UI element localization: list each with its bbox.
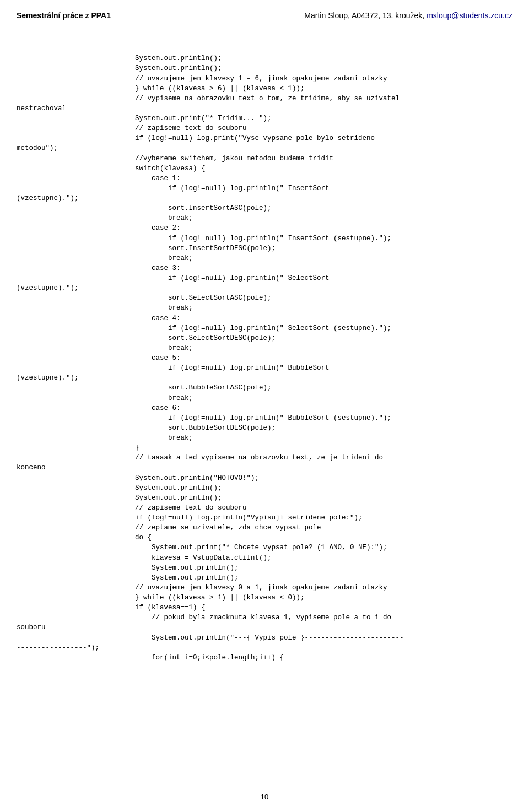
code-line: sort.SelectSortDESC(pole);: [17, 333, 512, 343]
code-line: sort.BubbleSortDESC(pole);: [17, 423, 512, 433]
line-content: System.out.println("HOTOVO!");: [102, 473, 259, 483]
code-line: // pokud byla zmacknuta klavesa 1, vypis…: [17, 613, 512, 622]
line-content: break;: [102, 343, 193, 353]
code-line: // zeptame se uzivatele, zda chce vypsat…: [17, 523, 512, 533]
line-content: System.out.print("* Chcete vypsat pole? …: [102, 543, 387, 553]
code-line: do {: [17, 533, 512, 543]
line-label: [17, 133, 102, 143]
line-content: System.out.println();: [102, 53, 222, 63]
code-line: if (log!=null) log.print("Vyse vypsane p…: [17, 133, 512, 143]
line-label: [17, 333, 102, 343]
line-content: break;: [102, 253, 193, 263]
line-label: [17, 483, 102, 493]
line-content: // taaaak a ted vypiseme na obrazovku te…: [102, 453, 383, 463]
line-content: case 1:: [102, 174, 181, 183]
code-line: metodou");: [17, 143, 512, 153]
line-label: [17, 503, 102, 513]
line-label: [17, 593, 102, 603]
code-line: // taaaak a ted vypiseme na obrazovku te…: [17, 453, 512, 463]
line-content: case 6:: [102, 403, 181, 413]
code-line: break;: [17, 253, 512, 263]
line-label: [17, 123, 102, 133]
line-label: [17, 253, 102, 263]
code-line: //vybereme switchem, jakou metodou budem…: [17, 154, 512, 164]
code-line: sort.SelectSortASC(pole);: [17, 293, 512, 303]
line-content: // zapiseme text do souboru: [102, 503, 247, 513]
line-label: nestrachoval: [17, 104, 102, 113]
page-header: Semestrální práce z PPA1 Martin Sloup, A…: [17, 11, 512, 20]
code-line: case 4:: [17, 313, 512, 323]
line-label: [17, 553, 102, 563]
line-content: for(int i=0;i<pole.length;i++) {: [102, 653, 284, 663]
line-label: [17, 453, 102, 463]
code-line: case 5:: [17, 353, 512, 363]
line-label: [17, 243, 102, 253]
code-line: System.out.print("* Tridim... ");: [17, 113, 512, 123]
author-email[interactable]: msloup@students.zcu.cz: [427, 11, 512, 20]
code-line: case 1:: [17, 174, 512, 183]
line-content: System.out.println();: [102, 63, 222, 73]
line-content: // vypiseme na obrazovku text o tom, ze …: [102, 94, 400, 104]
line-label: [17, 234, 102, 243]
line-content: case 2:: [102, 223, 181, 233]
line-label: [17, 213, 102, 223]
line-label: [17, 523, 102, 533]
code-line: System.out.println("---{ Vypis pole }---…: [17, 633, 512, 643]
code-line: switch(klavesa) {: [17, 164, 512, 174]
line-content: if (log!=null) log.print("Vyse vypsane p…: [102, 133, 375, 143]
code-line: break;: [17, 343, 512, 353]
line-content: case 5:: [102, 353, 181, 363]
line-content: break;: [102, 393, 193, 403]
line-content: klavesa = VstupData.ctiInt();: [102, 553, 272, 563]
page-container: Semestrální práce z PPA1 Martin Sloup, A…: [0, 0, 529, 812]
line-label: [17, 493, 102, 503]
line-content: // uvazujeme jen klavesy 0 a 1, jinak op…: [102, 583, 387, 593]
footer-divider: [17, 674, 512, 674]
code-line: break;: [17, 213, 512, 223]
code-line: if (log!=null) log.println("Vypisuji set…: [17, 513, 512, 523]
author-name: Martin Sloup, A04372, 13. kroužek,: [304, 11, 424, 20]
line-label: [17, 413, 102, 423]
line-content: case 4:: [102, 313, 181, 323]
code-line: System.out.print("* Chcete vypsat pole? …: [17, 543, 512, 553]
line-label: [17, 653, 102, 663]
line-content: }: [102, 443, 139, 453]
code-line: if (klavesa==1) {: [17, 603, 512, 613]
line-label: [17, 603, 102, 613]
code-line: System.out.println();: [17, 493, 512, 503]
code-line: break;: [17, 433, 512, 443]
line-label: [17, 403, 102, 413]
line-label: [17, 313, 102, 323]
line-label: [17, 154, 102, 164]
line-label: [17, 183, 102, 193]
line-label: [17, 263, 102, 273]
line-content: System.out.println("---{ Vypis pole }---…: [102, 633, 404, 643]
line-content: break;: [102, 433, 193, 443]
line-label: [17, 303, 102, 313]
line-content: System.out.println();: [102, 483, 222, 493]
line-label: [17, 583, 102, 593]
code-line: if (log!=null) log.println(" BubbleSort: [17, 363, 512, 373]
code-line: if (log!=null) log.println(" InsertSort …: [17, 234, 512, 243]
code-line: break;: [17, 303, 512, 313]
line-content: if (log!=null) log.println(" BubbleSort: [102, 363, 330, 373]
line-content: switch(klavesa) {: [102, 164, 206, 174]
line-content: break;: [102, 303, 193, 313]
code-line: (vzestupne).");: [17, 283, 512, 293]
line-label: [17, 543, 102, 553]
code-line: case 6:: [17, 403, 512, 413]
line-content: sort.InsertSortDESC(pole);: [102, 243, 276, 253]
code-area: System.out.println(); System.out.println…: [17, 34, 512, 663]
line-content: sort.BubbleSortDESC(pole);: [102, 423, 276, 433]
code-line: System.out.println();: [17, 63, 512, 73]
line-label: [17, 74, 102, 84]
code-line: // zapiseme text do souboru: [17, 123, 512, 133]
line-label: [17, 393, 102, 403]
line-label: [17, 53, 102, 63]
line-content: if (log!=null) log.println(" InsertSort …: [102, 234, 391, 243]
line-content: } while ((klavesa > 6) || (klavesa < 1))…: [102, 84, 305, 94]
line-content: sort.SelectSortASC(pole);: [102, 293, 272, 303]
code-line: if (log!=null) log.println(" SelectSort …: [17, 323, 512, 333]
line-label: [17, 633, 102, 643]
header-divider: [17, 30, 512, 30]
